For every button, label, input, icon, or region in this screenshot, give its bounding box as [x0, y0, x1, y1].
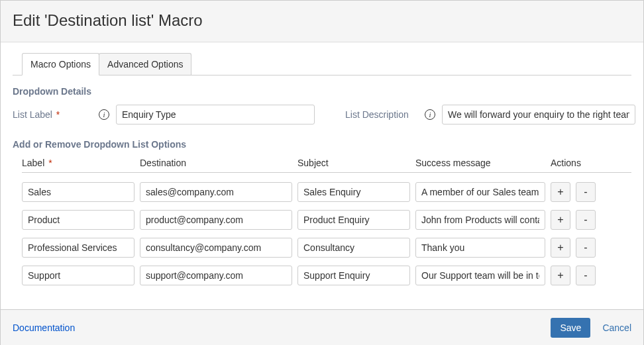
dialog-footer: Documentation Save Cancel [1, 309, 643, 345]
required-asterisk: * [56, 109, 60, 120]
col-actions: Actions [551, 158, 610, 168]
row-success-input[interactable] [415, 210, 545, 230]
col-subject: Subject [297, 158, 410, 168]
cancel-button[interactable]: Cancel [602, 320, 631, 336]
dialog-title: Edit 'Destination list' Macro [13, 11, 631, 30]
remove-row-button[interactable]: - [576, 238, 596, 258]
col-label: Label * [22, 158, 134, 168]
save-button[interactable]: Save [551, 318, 590, 338]
remove-row-button[interactable]: - [576, 266, 596, 285]
row-actions: +- [551, 238, 610, 258]
tabs: Macro Options Advanced Options [13, 53, 631, 75]
table-row: +- [22, 210, 631, 230]
row-label-input[interactable] [22, 182, 134, 202]
row-destination-input[interactable] [140, 182, 292, 202]
row-actions: +- [551, 266, 610, 285]
col-success: Success message [415, 158, 545, 168]
section-dropdown-details: Dropdown Details [13, 86, 631, 97]
list-label-label: List Label * [13, 109, 92, 120]
dropdown-details-row: List Label * i List Description i [13, 105, 631, 124]
list-label-text: List Label [13, 109, 52, 120]
section-dropdown-options: Add or Remove Dropdown List Options [13, 139, 631, 150]
list-label-input[interactable] [116, 105, 315, 124]
row-success-input[interactable] [415, 182, 545, 202]
row-subject-input[interactable] [297, 266, 410, 285]
row-success-input[interactable] [415, 238, 545, 258]
row-label-input[interactable] [22, 266, 134, 285]
table-row: +- [22, 238, 631, 258]
row-actions: +- [551, 210, 610, 230]
macro-editor-dialog: Edit 'Destination list' Macro Macro Opti… [0, 0, 644, 345]
dialog-body: Macro Options Advanced Options Dropdown … [1, 42, 643, 309]
col-label-text: Label [22, 158, 44, 168]
add-row-button[interactable]: + [551, 182, 570, 202]
required-asterisk: * [48, 158, 52, 168]
info-icon[interactable]: i [99, 109, 109, 120]
row-destination-input[interactable] [140, 266, 292, 285]
table-row: +- [22, 266, 631, 285]
info-icon[interactable]: i [425, 109, 435, 120]
tab-macro-options[interactable]: Macro Options [22, 53, 99, 75]
options-header-row: Label * Destination Subject Success mess… [22, 158, 631, 173]
add-row-button[interactable]: + [551, 210, 570, 230]
tab-advanced-options[interactable]: Advanced Options [99, 53, 191, 75]
row-actions: +- [551, 182, 610, 202]
col-destination: Destination [140, 158, 292, 168]
row-subject-input[interactable] [297, 238, 410, 258]
dialog-header: Edit 'Destination list' Macro [1, 1, 643, 42]
row-subject-input[interactable] [297, 210, 410, 230]
options-grid: Label * Destination Subject Success mess… [13, 158, 631, 285]
remove-row-button[interactable]: - [576, 182, 596, 202]
row-label-input[interactable] [22, 210, 134, 230]
row-label-input[interactable] [22, 238, 134, 258]
row-success-input[interactable] [415, 266, 545, 285]
row-destination-input[interactable] [140, 238, 292, 258]
list-description-label: List Description [345, 109, 418, 120]
row-subject-input[interactable] [297, 182, 410, 202]
add-row-button[interactable]: + [551, 238, 570, 258]
remove-row-button[interactable]: - [576, 210, 596, 230]
documentation-link[interactable]: Documentation [13, 322, 75, 333]
list-description-input[interactable] [442, 105, 635, 124]
add-row-button[interactable]: + [551, 266, 570, 285]
row-destination-input[interactable] [140, 210, 292, 230]
table-row: +- [22, 182, 631, 202]
